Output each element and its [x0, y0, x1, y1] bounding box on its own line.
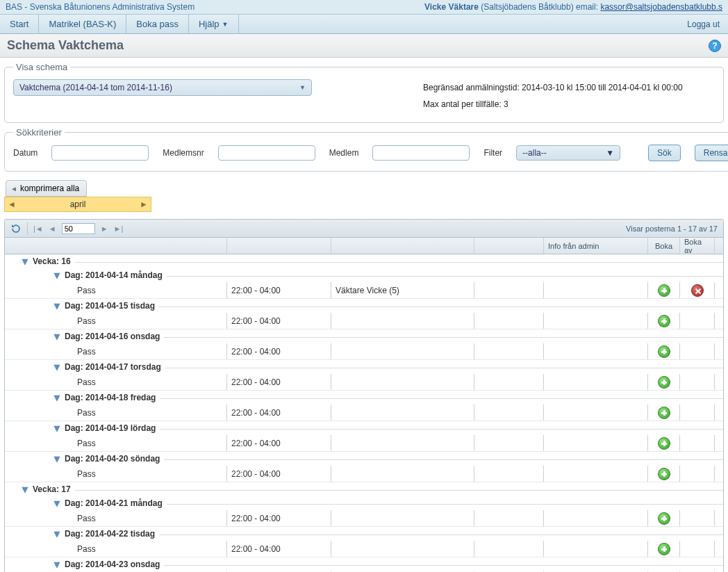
day-group[interactable]: ⯆Dag: 2014-04-19 lördag — [5, 421, 723, 435]
collapse-icon[interactable]: ⯆ — [22, 486, 28, 493]
pass-admin — [544, 374, 648, 390]
pass-boka — [648, 313, 680, 329]
add-icon[interactable] — [658, 512, 670, 525]
pass-admin — [544, 541, 648, 557]
day-group[interactable]: ⯆Dag: 2014-04-16 onsdag — [5, 329, 723, 343]
add-icon[interactable] — [658, 376, 670, 389]
pass-boka — [648, 405, 680, 420]
user-club: Saltsjöbadens Båtklubb — [483, 2, 570, 12]
col-blank-4 — [474, 238, 544, 254]
compress-all-button[interactable]: ◄ komprimera alla — [6, 180, 87, 197]
collapse-icon[interactable]: ⯆ — [22, 258, 28, 265]
last-page-icon[interactable]: ►| — [114, 224, 124, 233]
pass-label: Pass — [5, 282, 227, 298]
menu-left: StartMatrikel (BAS-K)Boka passHjälp▼ — [0, 15, 239, 33]
day-group[interactable]: ⯆Dag: 2014-04-14 måndag — [5, 268, 723, 282]
add-icon[interactable] — [658, 407, 670, 419]
collapse-icon[interactable]: ⯆ — [53, 394, 60, 402]
label-datum: Datum — [13, 148, 38, 158]
refresh-icon[interactable] — [10, 223, 22, 234]
datum-input[interactable] — [51, 145, 149, 161]
collapse-icon[interactable]: ⯆ — [53, 302, 60, 310]
pass-time: 22:00 - 04:00 — [227, 313, 331, 329]
day-label: Dag: 2014-04-23 onsdag — [65, 559, 160, 569]
day-label: Dag: 2014-04-15 tisdag — [65, 301, 155, 311]
collapse-icon[interactable]: ⯆ — [53, 333, 60, 341]
collapse-icon[interactable]: ⯆ — [53, 561, 60, 569]
logout-link[interactable]: Logga ut — [679, 15, 728, 33]
clear-button[interactable]: Rensa — [695, 145, 728, 161]
day-group[interactable]: ⯆Dag: 2014-04-22 tisdag — [5, 527, 723, 541]
pass-time: 22:00 - 04:00 — [227, 282, 331, 298]
pass-bokaav — [680, 435, 715, 451]
add-icon[interactable] — [658, 345, 670, 358]
add-icon[interactable] — [658, 468, 670, 480]
week-group[interactable]: ⯆Vecka: 17 — [5, 482, 723, 496]
add-icon[interactable] — [658, 437, 670, 450]
day-group[interactable]: ⯆Dag: 2014-04-20 söndag — [5, 452, 723, 466]
pass-admin — [544, 313, 648, 329]
day-group[interactable]: ⯆Dag: 2014-04-17 torsdag — [5, 360, 723, 374]
next-month-arrow-icon[interactable]: ► — [140, 199, 148, 209]
chevron-down-icon: ▼ — [299, 84, 306, 91]
prev-page-icon[interactable]: ◄ — [49, 224, 56, 233]
collapse-icon[interactable]: ⯆ — [53, 272, 60, 279]
menu-item[interactable]: Boka pass — [126, 15, 189, 33]
pass-label: Pass — [5, 374, 227, 390]
pass-row: Pass 22:00 - 04:00 — [5, 510, 723, 527]
next-page-icon[interactable]: ► — [101, 224, 108, 233]
pass-bokaav — [680, 374, 715, 390]
collapse-icon[interactable]: ⯆ — [53, 500, 60, 507]
label-medlem: Medlem — [329, 148, 359, 158]
help-icon[interactable]: ? — [709, 40, 721, 52]
pass-admin — [544, 435, 648, 451]
delete-icon[interactable] — [691, 284, 704, 297]
day-group[interactable]: ⯆Dag: 2014-04-23 onsdag — [5, 557, 723, 571]
email-link[interactable]: kassor@saltsjobadensbatklubb.s — [600, 2, 722, 12]
filter-value: --alla-- — [522, 148, 547, 158]
grid-header: Info från admin Boka Boka av — [5, 238, 723, 254]
first-page-icon[interactable]: |◄ — [33, 224, 43, 233]
menu-item[interactable]: Hjälp▼ — [189, 15, 239, 33]
prev-month-arrow-icon[interactable]: ◄ — [8, 199, 16, 209]
menu-item[interactable]: Start — [0, 15, 39, 33]
filter-dropdown[interactable]: --alla-- ▼ — [516, 145, 620, 161]
add-icon[interactable] — [658, 543, 670, 555]
pass-admin — [544, 466, 648, 482]
menu-item[interactable]: Matrikel (BAS-K) — [39, 15, 126, 33]
pass-label: Pass — [5, 541, 227, 557]
add-icon[interactable] — [658, 315, 670, 327]
medlemsnr-input[interactable] — [218, 145, 315, 161]
add-icon[interactable] — [658, 284, 670, 297]
schema-info: Begränsad anmälningstid: 2014-03-10 kl 1… — [423, 79, 715, 113]
pass-time: 22:00 - 04:00 — [227, 466, 331, 482]
day-group[interactable]: ⯆Dag: 2014-04-18 fredag — [5, 391, 723, 405]
day-label: Dag: 2014-04-17 torsdag — [65, 362, 161, 372]
search-button[interactable]: Sök — [648, 145, 681, 161]
collapse-icon[interactable]: ⯆ — [53, 363, 60, 371]
pass-member — [331, 374, 474, 390]
pass-row: Pass 22:00 - 04:00 Väktare Vicke (5) — [5, 282, 723, 299]
page-size-input[interactable] — [62, 223, 95, 234]
pass-time: 22:00 - 04:00 — [227, 510, 331, 526]
max-per-slot: Max antal per tillfälle: 3 — [423, 96, 715, 113]
registration-window: Begränsad anmälningstid: 2014-03-10 kl 1… — [423, 79, 715, 96]
email-label: email: — [576, 2, 598, 12]
schema-dropdown[interactable]: Vaktchema (2014-04-14 tom 2014-11-16) ▼ — [13, 79, 312, 96]
day-label: Dag: 2014-04-14 måndag — [65, 270, 163, 280]
menu-item-label: Start — [10, 19, 28, 29]
medlem-input[interactable] — [372, 145, 470, 161]
pass-member — [331, 343, 474, 359]
user-name: Vicke Väktare — [424, 2, 479, 12]
day-group[interactable]: ⯆Dag: 2014-04-15 tisdag — [5, 299, 723, 313]
pass-boka — [648, 343, 680, 359]
collapse-icon[interactable]: ⯆ — [53, 455, 60, 463]
pass-boka — [648, 435, 680, 451]
pass-row: Pass 22:00 - 04:00 — [5, 541, 723, 557]
collapse-icon[interactable]: ⯆ — [53, 425, 60, 432]
month-label: april — [70, 199, 86, 209]
pass-row: Pass 22:00 - 04:00 — [5, 374, 723, 391]
day-group[interactable]: ⯆Dag: 2014-04-21 måndag — [5, 496, 723, 510]
week-group[interactable]: ⯆Vecka: 16 — [5, 254, 723, 268]
collapse-icon[interactable]: ⯆ — [53, 530, 60, 538]
